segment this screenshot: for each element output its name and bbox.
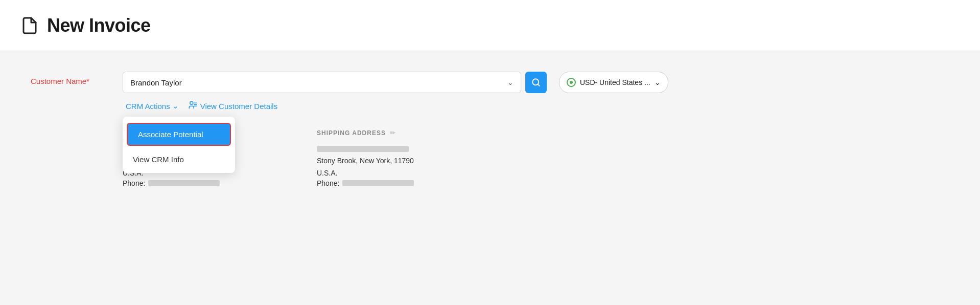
shipping-city-line: Stony Brook, New York, 11790 [317, 155, 470, 167]
currency-chevron-icon: ⌄ [655, 78, 661, 86]
shipping-phone-label: Phone: [317, 179, 339, 187]
shipping-address-header: SHIPPING ADDRESS ✏ [317, 129, 470, 137]
shipping-address-block: SHIPPING ADDRESS ✏ Stony Brook, New York… [317, 129, 470, 187]
svg-point-2 [190, 101, 193, 104]
customer-select-value: Brandon Taylor [130, 78, 182, 87]
shipping-phone-line: Phone: [317, 179, 470, 187]
customer-select[interactable]: Brandon Taylor ⌄ [123, 72, 521, 93]
view-crm-info-item[interactable]: View CRM Info [123, 149, 235, 170]
shipping-country: U.S.A. [317, 167, 470, 180]
actions-row: CRM Actions ⌄ View Customer Details [123, 98, 668, 114]
billing-phone-label: Phone: [123, 179, 145, 187]
crm-dropdown-menu: Associate Potential View CRM Info [123, 117, 235, 173]
shipping-phone-redacted [342, 180, 414, 186]
person-list-icon [188, 100, 197, 112]
shipping-address-title: SHIPPING ADDRESS [317, 129, 386, 137]
shipping-redacted-line [317, 143, 470, 155]
page-header: New Invoice [0, 0, 980, 51]
billing-phone-redacted [148, 180, 220, 186]
billing-phone-line: Phone: [123, 179, 276, 187]
search-icon [531, 78, 541, 87]
currency-dot [570, 81, 573, 84]
associate-potential-item[interactable]: Associate Potential [127, 123, 231, 146]
customer-search-button[interactable] [525, 72, 547, 93]
crm-actions-button[interactable]: CRM Actions ⌄ [123, 99, 182, 113]
crm-actions-label: CRM Actions [126, 102, 170, 111]
document-icon [20, 16, 39, 35]
page-title: New Invoice [47, 15, 151, 36]
currency-select[interactable]: USD- United States ... ⌄ [559, 72, 668, 93]
shipping-redacted-bar [317, 146, 409, 152]
customer-label: Customer Name* [31, 72, 123, 85]
customer-input-row: Brandon Taylor ⌄ USD- United States ... [123, 72, 668, 93]
view-customer-details-button[interactable]: View Customer Details [185, 98, 281, 114]
customer-name-row: Customer Name* Brandon Taylor ⌄ [31, 72, 949, 114]
chevron-down-icon: ⌄ [507, 78, 514, 86]
shipping-edit-icon[interactable]: ✏ [390, 129, 395, 137]
currency-label: USD- United States ... [580, 78, 650, 86]
currency-icon [567, 78, 576, 87]
addresses-section: BILLING ADDRESS ✏ Stony Brook, New York,… [123, 129, 949, 187]
customer-field-controls: Brandon Taylor ⌄ USD- United States ... [123, 72, 668, 114]
main-content: Customer Name* Brandon Taylor ⌄ [0, 51, 980, 305]
view-customer-label: View Customer Details [200, 102, 277, 111]
crm-actions-chevron-icon: ⌄ [172, 101, 179, 111]
svg-line-1 [538, 84, 539, 85]
